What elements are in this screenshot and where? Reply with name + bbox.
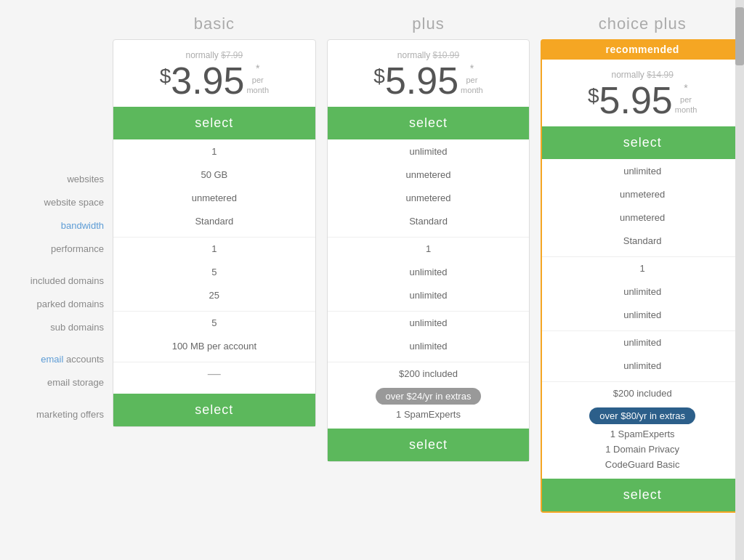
plan-basic-sub-domains: 25 <box>113 283 315 307</box>
plan-basic-suffix: * per month <box>246 62 269 99</box>
plan-basic-select-bottom[interactable]: select <box>113 394 315 426</box>
plan-basic-website-space: 50 GB <box>113 163 315 186</box>
plan-basic-marketing-offers: — <box>113 362 315 385</box>
plan-choice-plus-domain-privacy: 1 Domain Privacy <box>605 444 679 455</box>
plan-plus-card: normally $10.99 $ 5.95 * per month selec… <box>327 39 530 462</box>
plan-plus-bandwidth: unmetered <box>328 186 530 209</box>
plan-basic-websites: 1 <box>113 139 315 163</box>
plan-choice-plus-data-rows: unlimited unmetered unmetered Standard 1… <box>542 159 743 405</box>
plan-choice-plus-sub-domains: unlimited <box>542 303 743 326</box>
plan-basic-title: basic <box>194 15 235 33</box>
scrollbar-thumb[interactable] <box>735 7 744 65</box>
pricing-container: websites website space bandwidth perform… <box>0 0 744 527</box>
plan-choice-plus-parked-domains: unlimited <box>542 280 743 303</box>
plan-plus-sub-domains: unlimited <box>328 283 530 307</box>
plan-choice-plus-marketing-offers: $200 included <box>542 381 743 405</box>
plan-plus-amount: 5.95 <box>385 62 458 100</box>
plan-basic-data-rows: 1 50 GB unmetered Standard 1 5 25 5 100 … <box>113 139 315 385</box>
plan-basic-dollar: $ <box>160 65 171 88</box>
plan-choice-plus-original-price: $14.99 <box>647 70 674 80</box>
plan-basic-parked-domains: 5 <box>113 260 315 283</box>
plan-choice-plus-card: normally $14.99 $ 5.95 * per month selec… <box>541 60 744 513</box>
plan-plus-title: plus <box>412 15 444 33</box>
label-websites: websites <box>0 167 113 190</box>
plan-plus-spam-experts: 1 SpamExperts <box>396 409 461 420</box>
plan-choice-plus-extras: over $80/yr in extras 1 SpamExperts 1 Do… <box>542 405 743 476</box>
label-performance: performance <box>0 237 113 260</box>
plan-plus-email-accounts: unlimited <box>328 311 530 334</box>
plan-choice-plus-codeguard: CodeGuard Basic <box>605 459 680 470</box>
plan-plus-normally: normally $10.99 <box>373 50 482 60</box>
plan-choice-plus-title: choice plus <box>599 15 687 33</box>
plan-plus-performance: Standard <box>328 209 530 232</box>
plan-plus-website-space: unmetered <box>328 163 530 186</box>
plan-choice-plus-website-space: unmetered <box>542 182 743 206</box>
plan-basic-card: normally $7.99 $ 3.95 * per month select <box>113 39 316 427</box>
plan-basic-performance: Standard <box>113 209 315 232</box>
plan-plus-extras: over $24/yr in extras 1 SpamExperts <box>328 385 530 426</box>
plan-choice-plus-price-main: $ 5.95 * per month <box>588 81 697 119</box>
plan-plus-dollar: $ <box>373 65 385 88</box>
scrollbar[interactable] <box>735 0 744 527</box>
plan-plus-included-domains: 1 <box>328 237 530 260</box>
plan-plus-extras-badge: over $24/yr in extras <box>376 388 482 405</box>
plan-basic-email-accounts: 5 <box>113 311 315 334</box>
labels-column: websites website space bandwidth perform… <box>0 15 113 426</box>
plan-plus-parked-domains: unlimited <box>328 260 530 283</box>
plan-basic-original-price: $7.99 <box>221 50 243 60</box>
plan-choice-plus-extras-badge: over $80/yr in extras <box>589 407 695 424</box>
label-sub-domains: sub domains <box>0 315 113 338</box>
plan-basic-included-domains: 1 <box>113 237 315 260</box>
plans-area: basic normally $7.99 $ 3.95 * per month <box>113 15 744 513</box>
plan-choice-plus-spam-experts: 1 SpamExperts <box>610 429 675 439</box>
plan-plus-email-storage: unlimited <box>328 334 530 357</box>
plan-choice-plus-bandwidth: unmetered <box>542 206 743 229</box>
plan-choice-plus: choice plus recommended normally $14.99 … <box>541 15 744 513</box>
plan-choice-plus-websites: unlimited <box>542 159 743 182</box>
label-email-storage: email storage <box>0 370 113 394</box>
plan-choice-plus-suffix: * per month <box>675 81 698 118</box>
plan-choice-plus-amount: 5.95 <box>599 81 673 119</box>
plan-plus-websites: unlimited <box>328 139 530 163</box>
plan-plus-suffix: * per month <box>461 62 483 99</box>
plan-plus-price-main: $ 5.95 * per month <box>373 62 482 100</box>
plan-plus-data-rows: unlimited unmetered unmetered Standard 1… <box>328 139 530 385</box>
plan-choice-plus-email-accounts: unlimited <box>542 330 743 354</box>
label-website-space: website space <box>0 190 113 214</box>
plan-basic-normally: normally $7.99 <box>160 50 269 60</box>
plan-choice-plus-select-top[interactable]: select <box>542 126 743 159</box>
plan-basic-price-main: $ 3.95 * per month <box>160 62 269 100</box>
label-parked-domains: parked domains <box>0 292 113 315</box>
plan-plus: plus normally $10.99 $ 5.95 * per month <box>327 15 530 513</box>
plan-plus-original-price: $10.99 <box>433 50 460 60</box>
plan-basic-amount: 3.95 <box>171 62 244 100</box>
plan-basic-bandwidth: unmetered <box>113 186 315 209</box>
plan-plus-select-top[interactable]: select <box>328 107 530 139</box>
plan-basic-select-top[interactable]: select <box>113 107 315 139</box>
label-email-accounts: email accounts <box>0 347 113 370</box>
plan-plus-price-section: normally $10.99 $ 5.95 * per month <box>366 40 490 107</box>
plan-choice-plus-included-domains: 1 <box>542 256 743 280</box>
plan-choice-plus-dollar: $ <box>588 84 599 107</box>
plan-basic: basic normally $7.99 $ 3.95 * per month <box>113 15 316 513</box>
plan-basic-price-section: normally $7.99 $ 3.95 * per month <box>153 40 276 107</box>
plan-choice-plus-select-bottom[interactable]: select <box>542 479 743 511</box>
plan-choice-plus-price-section: normally $14.99 $ 5.95 * per month <box>581 60 704 126</box>
plan-basic-email-storage: 100 MB per account <box>113 334 315 357</box>
recommended-badge: recommended <box>541 39 744 60</box>
plan-plus-marketing-offers: $200 included <box>328 362 530 385</box>
plan-choice-plus-performance: Standard <box>542 229 743 252</box>
label-bandwidth: bandwidth <box>0 214 113 237</box>
plan-plus-select-bottom[interactable]: select <box>328 429 530 461</box>
plan-choice-plus-email-storage: unlimited <box>542 354 743 377</box>
label-included-domains: included domains <box>0 269 113 292</box>
label-marketing-offers: marketing offers <box>0 402 113 426</box>
plan-choice-plus-normally: normally $14.99 <box>588 70 697 80</box>
